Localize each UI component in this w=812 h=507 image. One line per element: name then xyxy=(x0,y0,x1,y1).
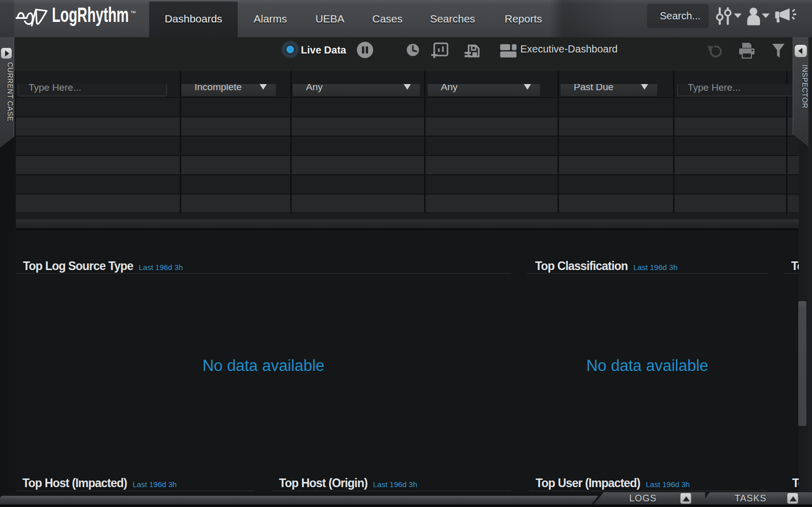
svg-text:™: ™ xyxy=(130,10,136,16)
svg-text:LogRhythm: LogRhythm xyxy=(52,6,129,26)
